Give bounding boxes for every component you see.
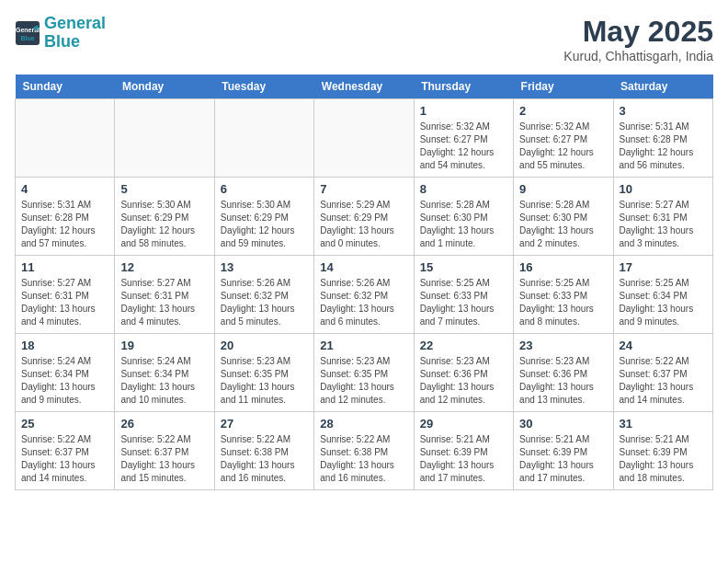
calendar-cell: 13Sunrise: 5:26 AM Sunset: 6:32 PM Dayli… — [214, 256, 313, 334]
day-info: Sunrise: 5:23 AM Sunset: 6:35 PM Dayligh… — [221, 355, 308, 407]
day-number: 6 — [221, 182, 308, 196]
day-number: 24 — [620, 339, 707, 352]
calendar-cell: 14Sunrise: 5:26 AM Sunset: 6:32 PM Dayli… — [314, 256, 414, 334]
day-number: 22 — [420, 339, 507, 352]
calendar-cell: 18Sunrise: 5:24 AM Sunset: 6:34 PM Dayli… — [16, 334, 115, 412]
calendar-cell: 20Sunrise: 5:23 AM Sunset: 6:35 PM Dayli… — [214, 334, 313, 412]
svg-text:Blue: Blue — [20, 35, 34, 41]
day-info: Sunrise: 5:24 AM Sunset: 6:34 PM Dayligh… — [21, 355, 108, 407]
calendar-week-row: 1Sunrise: 5:32 AM Sunset: 6:27 PM Daylig… — [16, 99, 713, 178]
day-number: 1 — [420, 104, 507, 118]
day-info: Sunrise: 5:25 AM Sunset: 6:33 PM Dayligh… — [519, 277, 607, 328]
day-number: 10 — [620, 182, 707, 196]
calendar-cell: 30Sunrise: 5:21 AM Sunset: 6:39 PM Dayli… — [514, 412, 613, 490]
day-number: 9 — [519, 182, 607, 196]
day-info: Sunrise: 5:23 AM Sunset: 6:36 PM Dayligh… — [420, 355, 507, 407]
calendar-cell: 7Sunrise: 5:29 AM Sunset: 6:29 PM Daylig… — [314, 178, 414, 256]
day-info: Sunrise: 5:21 AM Sunset: 6:39 PM Dayligh… — [420, 433, 507, 485]
calendar-cell: 15Sunrise: 5:25 AM Sunset: 6:33 PM Dayli… — [414, 256, 513, 334]
day-number: 17 — [620, 260, 707, 274]
weekday-header: Saturday — [613, 75, 712, 99]
day-number: 31 — [620, 417, 707, 431]
day-info: Sunrise: 5:22 AM Sunset: 6:37 PM Dayligh… — [120, 433, 208, 485]
day-info: Sunrise: 5:22 AM Sunset: 6:38 PM Dayligh… — [221, 433, 308, 485]
day-info: Sunrise: 5:21 AM Sunset: 6:39 PM Dayligh… — [519, 433, 607, 485]
calendar-cell: 27Sunrise: 5:22 AM Sunset: 6:38 PM Dayli… — [214, 412, 313, 490]
day-number: 19 — [120, 339, 208, 352]
day-info: Sunrise: 5:28 AM Sunset: 6:30 PM Dayligh… — [519, 199, 607, 250]
calendar-cell: 16Sunrise: 5:25 AM Sunset: 6:33 PM Dayli… — [514, 256, 613, 334]
day-info: Sunrise: 5:29 AM Sunset: 6:29 PM Dayligh… — [320, 199, 407, 250]
day-info: Sunrise: 5:27 AM Sunset: 6:31 PM Dayligh… — [120, 277, 208, 328]
day-number: 16 — [519, 260, 607, 274]
month-title: May 2025 — [563, 15, 713, 49]
weekday-header: Tuesday — [214, 75, 313, 99]
calendar-week-row: 11Sunrise: 5:27 AM Sunset: 6:31 PM Dayli… — [16, 256, 713, 334]
calendar-cell: 19Sunrise: 5:24 AM Sunset: 6:34 PM Dayli… — [115, 334, 214, 412]
day-number: 8 — [420, 182, 507, 196]
day-number: 7 — [320, 182, 407, 196]
day-number: 30 — [519, 417, 607, 431]
calendar-cell: 4Sunrise: 5:31 AM Sunset: 6:28 PM Daylig… — [16, 178, 115, 256]
weekday-header: Wednesday — [314, 75, 414, 99]
day-number: 14 — [320, 260, 407, 274]
day-number: 23 — [519, 339, 607, 352]
day-number: 12 — [120, 260, 208, 274]
day-number: 21 — [320, 339, 407, 352]
calendar-cell: 31Sunrise: 5:21 AM Sunset: 6:39 PM Dayli… — [613, 412, 712, 490]
calendar-cell: 29Sunrise: 5:21 AM Sunset: 6:39 PM Dayli… — [414, 412, 513, 490]
day-info: Sunrise: 5:27 AM Sunset: 6:31 PM Dayligh… — [21, 277, 108, 328]
day-info: Sunrise: 5:23 AM Sunset: 6:35 PM Dayligh… — [320, 355, 407, 407]
day-info: Sunrise: 5:22 AM Sunset: 6:37 PM Dayligh… — [21, 433, 108, 485]
day-number: 3 — [620, 104, 707, 118]
day-number: 20 — [221, 339, 308, 352]
day-info: Sunrise: 5:22 AM Sunset: 6:38 PM Dayligh… — [320, 433, 407, 485]
calendar-cell: 21Sunrise: 5:23 AM Sunset: 6:35 PM Dayli… — [314, 334, 414, 412]
day-info: Sunrise: 5:30 AM Sunset: 6:29 PM Dayligh… — [120, 199, 208, 250]
calendar-cell — [314, 99, 414, 178]
calendar-table: SundayMondayTuesdayWednesdayThursdayFrid… — [15, 75, 713, 490]
calendar-cell: 17Sunrise: 5:25 AM Sunset: 6:34 PM Dayli… — [613, 256, 712, 334]
calendar-cell: 2Sunrise: 5:32 AM Sunset: 6:27 PM Daylig… — [514, 99, 613, 178]
day-number: 2 — [519, 104, 607, 118]
weekday-header-row: SundayMondayTuesdayWednesdayThursdayFrid… — [16, 75, 713, 99]
day-number: 11 — [21, 260, 108, 274]
day-info: Sunrise: 5:32 AM Sunset: 6:27 PM Dayligh… — [420, 121, 507, 172]
calendar-cell: 24Sunrise: 5:22 AM Sunset: 6:37 PM Dayli… — [613, 334, 712, 412]
location: Kurud, Chhattisgarh, India — [563, 49, 713, 63]
day-info: Sunrise: 5:25 AM Sunset: 6:33 PM Dayligh… — [420, 277, 507, 328]
calendar-cell: 1Sunrise: 5:32 AM Sunset: 6:27 PM Daylig… — [414, 99, 513, 178]
day-info: Sunrise: 5:24 AM Sunset: 6:34 PM Dayligh… — [120, 355, 208, 407]
calendar-cell: 8Sunrise: 5:28 AM Sunset: 6:30 PM Daylig… — [414, 178, 513, 256]
calendar-cell — [214, 99, 313, 178]
title-block: May 2025 Kurud, Chhattisgarh, India — [563, 15, 713, 63]
calendar-cell — [16, 99, 115, 178]
day-info: Sunrise: 5:26 AM Sunset: 6:32 PM Dayligh… — [320, 277, 407, 328]
calendar-cell: 23Sunrise: 5:23 AM Sunset: 6:36 PM Dayli… — [514, 334, 613, 412]
day-info: Sunrise: 5:26 AM Sunset: 6:32 PM Dayligh… — [221, 277, 308, 328]
day-number: 29 — [420, 417, 507, 431]
calendar-cell: 26Sunrise: 5:22 AM Sunset: 6:37 PM Dayli… — [115, 412, 214, 490]
day-info: Sunrise: 5:25 AM Sunset: 6:34 PM Dayligh… — [620, 277, 707, 328]
weekday-header: Thursday — [414, 75, 513, 99]
page-header: General Blue GeneralBlue May 2025 Kurud,… — [15, 15, 713, 63]
calendar-cell: 22Sunrise: 5:23 AM Sunset: 6:36 PM Dayli… — [414, 334, 513, 412]
calendar-cell: 9Sunrise: 5:28 AM Sunset: 6:30 PM Daylig… — [514, 178, 613, 256]
logo: General Blue GeneralBlue — [15, 15, 106, 52]
day-info: Sunrise: 5:22 AM Sunset: 6:37 PM Dayligh… — [620, 355, 707, 407]
day-info: Sunrise: 5:31 AM Sunset: 6:28 PM Dayligh… — [21, 199, 108, 250]
day-number: 26 — [120, 417, 208, 431]
calendar-cell: 11Sunrise: 5:27 AM Sunset: 6:31 PM Dayli… — [16, 256, 115, 334]
day-info: Sunrise: 5:32 AM Sunset: 6:27 PM Dayligh… — [519, 121, 607, 172]
day-number: 5 — [120, 182, 208, 196]
day-info: Sunrise: 5:21 AM Sunset: 6:39 PM Dayligh… — [620, 433, 707, 485]
day-number: 28 — [320, 417, 407, 431]
calendar-cell — [115, 99, 214, 178]
weekday-header: Friday — [514, 75, 613, 99]
day-info: Sunrise: 5:27 AM Sunset: 6:31 PM Dayligh… — [620, 199, 707, 250]
day-number: 25 — [21, 417, 108, 431]
calendar-cell: 10Sunrise: 5:27 AM Sunset: 6:31 PM Dayli… — [613, 178, 712, 256]
logo-icon: General Blue — [15, 20, 40, 46]
calendar-cell: 25Sunrise: 5:22 AM Sunset: 6:37 PM Dayli… — [16, 412, 115, 490]
day-number: 15 — [420, 260, 507, 274]
